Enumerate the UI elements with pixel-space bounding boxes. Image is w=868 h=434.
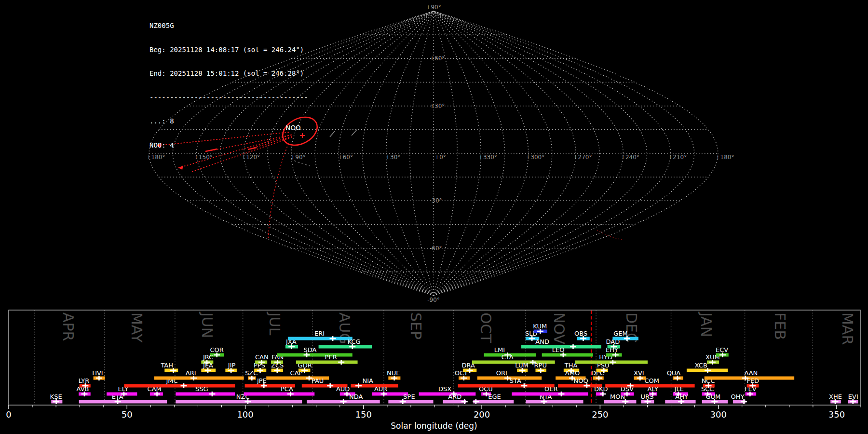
shower-label-ard: ARD [448, 393, 461, 400]
shower-label-kcg: KCG [348, 338, 361, 345]
shower-bar-per [296, 361, 358, 364]
x-tick-label: 100 [237, 409, 253, 420]
shower-bar-eta [79, 400, 167, 404]
shower-label-kum: KUM [533, 323, 547, 330]
shower-label-aud: AUD [336, 385, 350, 393]
map-lon-label: +30° [385, 154, 400, 161]
x-tick-label: 250 [592, 409, 608, 420]
shower-label-gum: GUM [705, 393, 720, 400]
shower-jea: JEA [201, 362, 216, 373]
map-lon-label: +330° [478, 154, 497, 161]
activity-timeline: APRMAYJUNJULAUGSEPOCTNOVDECJANFEBMARKSEH… [6, 310, 860, 431]
map-pole-top-label: +90° [426, 4, 441, 11]
shower-label-nia: NIA [362, 377, 373, 384]
shower-lum: LUM [515, 362, 528, 373]
begin-time-line: Beg: 20251128 14:08:17 (sol = 246.24°) [149, 46, 308, 54]
shower-ecv: ECV [716, 346, 729, 358]
map-lon-label: +240° [621, 154, 639, 161]
shower-xvi: XVI [634, 369, 646, 381]
shower-kse: KSE [50, 393, 63, 405]
shower-label-ari: ARI [186, 369, 196, 377]
shower-rpu: RPU [534, 362, 547, 373]
header-separator: --------------------------------------- [149, 94, 308, 102]
shower-label-lyr: LYR [79, 377, 90, 384]
shower-label-nda: NDA [349, 393, 363, 400]
end-time-line: End: 20251128 15:01:12 (sol = 246.28°) [149, 69, 308, 78]
shower-label-hvi: HVI [92, 369, 103, 377]
shower-label-com: COM [645, 377, 660, 384]
shower-label-noo: NOO [574, 377, 588, 384]
map-lon-label: +0° [434, 154, 446, 161]
shower-label-jle: JLE [674, 385, 684, 393]
shower-label-amo: AMO [565, 369, 580, 377]
shower-label-xcb: XCB [695, 362, 707, 369]
x-tick-label: 300 [710, 409, 726, 420]
shower-label-ohy: OHY [731, 393, 744, 400]
shower-label-pau: PAU [312, 377, 324, 384]
shower-bar-spe [388, 400, 433, 404]
shower-label-qua: QUA [667, 369, 681, 377]
shower-label-dsx: DSX [438, 385, 451, 393]
shower-label-jea: JEA [203, 362, 213, 369]
shower-label-spe: SPE [403, 393, 415, 400]
x-axis-title: Solar longitude (deg) [391, 421, 477, 431]
shower-bar-nta [526, 400, 583, 404]
map-pole-bottom-label: -90° [427, 297, 440, 303]
shower-label-lmi: LMI [494, 346, 505, 353]
month-label-apr: APR [60, 312, 77, 341]
shower-xhe: XHE [829, 393, 842, 405]
shower-bar-nzc [176, 400, 302, 404]
shower-label-jpe: JPE [257, 377, 267, 384]
map-lon-label: +180° [716, 154, 734, 161]
shower-label-kse: KSE [50, 393, 62, 400]
shower-bar-mon [604, 400, 637, 404]
shower-label-leo: LEO [552, 346, 565, 353]
shower-label-eri: ERI [314, 330, 325, 337]
shower-label-lum: LUM [515, 362, 528, 369]
shower-label-aur: AUR [374, 385, 387, 393]
shower-aly: ALY [648, 385, 658, 397]
shower-label-ecv: ECV [716, 346, 728, 353]
map-lat-label: -30° [430, 197, 442, 204]
shower-label-xhe: XHE [829, 393, 842, 400]
shower-label-gem: GEM [613, 330, 628, 337]
shower-label-jip: JIP [228, 362, 236, 369]
radiants-plot-screen: +90°-90°+60°+30°-30°-60°+180°+150°+120°+… [0, 0, 868, 434]
month-label-jul: JUL [266, 312, 283, 336]
count-shower-noo: NOO: 4 [149, 141, 308, 149]
shower-gum: GUM [702, 393, 728, 405]
shower-hvi: HVI [92, 369, 105, 381]
shower-label-jrc: JRC [203, 353, 213, 361]
shower-label-tah: TAH [160, 362, 173, 369]
shower-fed: FED [746, 377, 759, 389]
x-tick-label: 350 [828, 409, 845, 420]
month-label-jan: JAN [698, 312, 715, 337]
shower-bar-oer [512, 393, 588, 396]
shower-label-can: CAN [255, 353, 269, 361]
x-tick-label: 200 [474, 409, 490, 420]
map-lon-label: +270° [573, 154, 592, 161]
shower-bar-aur [372, 393, 408, 396]
shower-bar-sta [458, 384, 555, 388]
shower-label-oer: OER [544, 385, 557, 393]
faint-red-arc [597, 230, 622, 240]
shower-bar-sda [277, 353, 353, 357]
station-code: NZ005G [149, 22, 308, 30]
month-label-jun: JUN [199, 312, 216, 338]
shower-avb: AVB [77, 385, 91, 397]
shower-label-ssg: SSG [195, 385, 208, 393]
shower-tah: TAH [160, 362, 178, 373]
month-label-oct: OCT [477, 312, 494, 343]
shower-jip: JIP [225, 362, 237, 373]
shower-label-nue: NUE [387, 369, 400, 377]
shower-ahy: AHY [665, 393, 695, 405]
shower-label-sta: STA [510, 377, 521, 384]
shower-label-ahy: AHY [675, 393, 688, 400]
shower-label-pca: PCA [281, 385, 293, 393]
plot-header: NZ005G Beg: 20251128 14:08:17 (sol = 246… [149, 6, 308, 165]
map-meridian [434, 11, 694, 296]
shower-bar-ege [473, 400, 514, 404]
shower-label-fed: FED [746, 377, 759, 384]
map-meridian [434, 11, 457, 296]
map-meridian [339, 11, 434, 296]
